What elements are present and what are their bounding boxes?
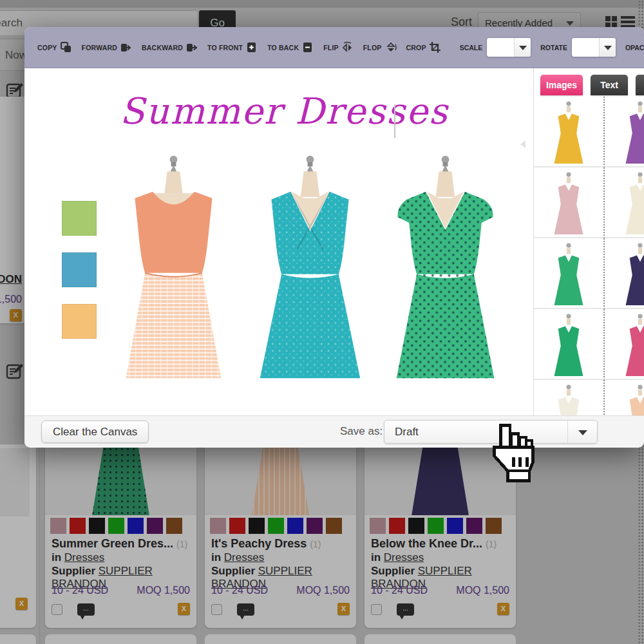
dress-thumbnail[interactable] bbox=[605, 238, 644, 309]
copy-button[interactable]: COPY bbox=[37, 41, 72, 53]
chevron-down-icon bbox=[514, 38, 531, 57]
flip-button[interactable]: FLIP bbox=[323, 41, 354, 53]
save-as-label: Save as: bbox=[340, 425, 383, 438]
modal-footer: Clear the Canvas Save as: Draft bbox=[24, 415, 644, 447]
text-caret bbox=[394, 104, 395, 138]
rotate-select[interactable] bbox=[571, 37, 616, 57]
chevron-down-icon bbox=[567, 421, 597, 443]
canvas-title-text[interactable]: Summer Dresses bbox=[120, 90, 449, 132]
scroll-hint-icon bbox=[520, 140, 526, 148]
backward-button[interactable]: BACKWARD bbox=[142, 41, 198, 53]
to-back-icon bbox=[301, 41, 314, 53]
dress-thumbnail[interactable] bbox=[534, 380, 605, 415]
canvas-dress-teal[interactable] bbox=[250, 152, 370, 380]
canvas-editor-modal: COPY FORWARD BACKWARD TO FRONT TO BACK F… bbox=[24, 27, 644, 448]
canvas-color-swatch[interactable] bbox=[62, 304, 97, 339]
clear-canvas-button[interactable]: Clear the Canvas bbox=[41, 421, 149, 443]
dress-thumbnail[interactable] bbox=[605, 380, 644, 415]
hand-cursor-icon bbox=[484, 424, 541, 484]
dress-thumbnail[interactable] bbox=[605, 309, 644, 380]
rotate-label: ROTATE bbox=[540, 44, 567, 52]
to-back-button[interactable]: TO BACK bbox=[267, 41, 314, 53]
dress-thumbnail[interactable] bbox=[534, 238, 605, 309]
assets-panel: Images Text bbox=[533, 68, 644, 415]
save-as-value: Draft bbox=[395, 426, 419, 438]
to-front-icon bbox=[245, 41, 258, 53]
flip-horizontal-icon bbox=[341, 41, 354, 53]
crop-icon bbox=[429, 41, 441, 53]
dress-thumbnail[interactable] bbox=[534, 309, 605, 380]
canvas-color-swatch[interactable] bbox=[62, 252, 97, 287]
canvas-dress-green[interactable] bbox=[385, 152, 506, 380]
chevron-down-icon bbox=[599, 38, 616, 57]
design-canvas[interactable]: Summer Dresses bbox=[24, 68, 533, 415]
thumbnail-grid bbox=[534, 97, 644, 415]
canvas-color-swatch[interactable] bbox=[62, 201, 97, 236]
tab-text[interactable]: Text bbox=[591, 75, 628, 95]
dress-thumbnail[interactable] bbox=[534, 97, 605, 167]
dress-thumbnail[interactable] bbox=[605, 167, 644, 238]
scale-label: SCALE bbox=[460, 44, 483, 52]
forward-icon bbox=[120, 41, 132, 53]
flop-button[interactable]: FLOP bbox=[363, 41, 397, 53]
crop-button[interactable]: CROP bbox=[406, 41, 441, 53]
tab-clipped[interactable] bbox=[636, 75, 644, 95]
copy-icon bbox=[60, 41, 72, 53]
dress-thumbnail[interactable] bbox=[605, 97, 644, 167]
dress-thumbnail[interactable] bbox=[534, 167, 605, 238]
to-front-button[interactable]: TO FRONT bbox=[207, 41, 258, 53]
flip-vertical-icon bbox=[384, 41, 397, 53]
canvas-dress-peach[interactable] bbox=[113, 152, 234, 380]
tab-images[interactable]: Images bbox=[540, 75, 583, 95]
editor-toolbar: COPY FORWARD BACKWARD TO FRONT TO BACK F… bbox=[24, 27, 644, 68]
opacity-label: OPACITY bbox=[625, 44, 644, 52]
forward-button[interactable]: FORWARD bbox=[82, 41, 132, 53]
backward-icon bbox=[185, 41, 198, 53]
scale-select[interactable] bbox=[486, 37, 531, 57]
